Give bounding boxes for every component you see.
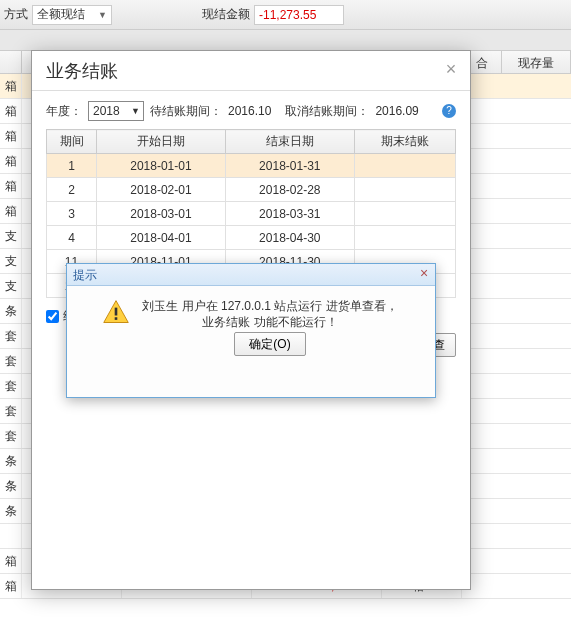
alert-title-bar: 提示 × xyxy=(67,264,435,286)
col-close: 期末结账 xyxy=(354,130,455,154)
svg-rect-2 xyxy=(115,317,118,320)
auto-adjust-checkbox[interactable] xyxy=(46,310,59,323)
chevron-down-icon: ▼ xyxy=(131,106,140,116)
col-start: 开始日期 xyxy=(97,130,226,154)
mode-label: 方式 xyxy=(4,6,28,23)
cash-label: 现结金额 xyxy=(202,6,250,23)
year-label: 年度： xyxy=(46,103,82,120)
background-toolbar: 方式 全额现结 ▼ 现结金额 -11,273.55 xyxy=(0,0,571,30)
close-icon[interactable]: × xyxy=(442,61,460,79)
table-row[interactable]: 22018-02-012018-02-28 xyxy=(47,178,456,202)
col-period: 期间 xyxy=(47,130,97,154)
grid-col-stock: 现存量 xyxy=(502,51,571,73)
alert-title: 提示 xyxy=(73,268,97,282)
cancel-period-value: 2016.09 xyxy=(375,104,418,118)
close-icon[interactable]: × xyxy=(417,267,431,281)
year-value: 2018 xyxy=(93,104,120,118)
alert-dialog: 提示 × 刘玉生 用户在 127.0.0.1 站点运行 进货单查看，业务结账 功… xyxy=(66,263,436,398)
pending-label: 待结账期间： xyxy=(150,103,222,120)
chevron-down-icon: ▼ xyxy=(98,10,107,20)
cash-value: -11,273.55 xyxy=(254,5,344,25)
ok-button[interactable]: 确定(O) xyxy=(234,332,305,356)
cancel-period-label: 取消结账期间： xyxy=(285,103,369,120)
warning-icon xyxy=(102,298,130,326)
svg-rect-1 xyxy=(115,308,118,316)
year-select[interactable]: 2018 ▼ xyxy=(88,101,144,121)
table-row[interactable]: 12018-01-012018-01-31 xyxy=(47,154,456,178)
alert-message: 刘玉生 用户在 127.0.0.1 站点运行 进货单查看，业务结账 功能不能运行… xyxy=(140,298,400,330)
dialog-title-bar: 业务结账 × xyxy=(32,51,470,91)
col-end: 结束日期 xyxy=(225,130,354,154)
table-row[interactable]: 42018-04-012018-04-30 xyxy=(47,226,456,250)
table-row[interactable]: 32018-03-012018-03-31 xyxy=(47,202,456,226)
mode-select[interactable]: 全额现结 ▼ xyxy=(32,5,112,25)
dialog-title: 业务结账 xyxy=(46,61,118,81)
help-icon[interactable]: ? xyxy=(442,104,456,118)
filter-row: 年度： 2018 ▼ 待结账期间： 2016.10 取消结账期间： 2016.0… xyxy=(46,101,456,121)
pending-value: 2016.10 xyxy=(228,104,271,118)
mode-value: 全额现结 xyxy=(37,6,85,23)
